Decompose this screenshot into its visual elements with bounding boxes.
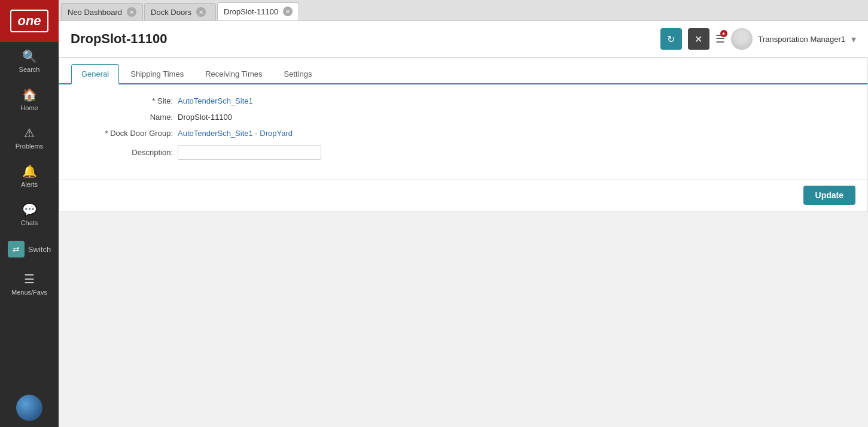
warning-icon: ⚠ — [24, 126, 35, 140]
sidebar-item-alerts[interactable]: 🔔 Alerts — [0, 157, 59, 195]
sidebar-item-home[interactable]: 🏠 Home — [0, 80, 59, 119]
sidebar-item-problems[interactable]: ⚠ Problems — [0, 119, 59, 157]
tab-close-neo-dashboard[interactable]: ✕ — [127, 7, 136, 17]
inner-tab-bar: General Shipping Times Receiving Times S… — [59, 58, 867, 84]
content-panel: General Shipping Times Receiving Times S… — [59, 57, 868, 211]
tab-label: Neo Dashboard — [68, 8, 122, 17]
tab-general[interactable]: General — [71, 64, 119, 84]
close-button[interactable]: ✕ — [688, 28, 709, 50]
sidebar-item-chats[interactable]: 💬 Chats — [0, 195, 59, 234]
tab-dropslot-11100[interactable]: DropSlot-11100 ✕ — [217, 2, 299, 20]
dock-door-group-row: * Dock Door Group: AutoTenderSch_Site1 -… — [77, 129, 849, 138]
sidebar-item-label: Problems — [16, 143, 43, 150]
user-dropdown-button[interactable]: ▾ — [851, 34, 856, 45]
tab-label: DropSlot-11100 — [224, 7, 278, 16]
site-label: * Site: — [77, 96, 173, 105]
avatar — [731, 28, 753, 50]
tab-general-label: General — [81, 69, 109, 78]
menus-icon: ☰ — [24, 272, 35, 286]
avatar-image — [731, 28, 753, 50]
content-footer: Update — [59, 179, 867, 211]
form-area: * Site: AutoTenderSch_Site1 Name: DropSl… — [59, 84, 867, 179]
menu-button[interactable]: ☰ ★ — [715, 32, 725, 46]
description-row: Description: — [77, 145, 849, 160]
header-bar: DropSlot-11100 ↻ ✕ ☰ ★ Transportation Ma… — [59, 21, 868, 57]
name-label: Name: — [77, 113, 173, 122]
refresh-button[interactable]: ↻ — [660, 28, 682, 50]
app-logo[interactable]: one — [0, 0, 59, 42]
tab-bar: Neo Dashboard ✕ Dock Doors ✕ DropSlot-11… — [59, 0, 868, 21]
tab-neo-dashboard[interactable]: Neo Dashboard ✕ — [61, 3, 143, 20]
tab-shipping-times-label: Shipping Times — [130, 69, 184, 78]
sidebar-item-menus[interactable]: ☰ Menus/Favs — [0, 265, 59, 303]
logo-text: one — [10, 10, 48, 32]
site-row: * Site: AutoTenderSch_Site1 — [77, 96, 849, 105]
home-icon: 🏠 — [22, 87, 37, 102]
site-link[interactable]: AutoTenderSch_Site1 — [178, 96, 253, 105]
tab-close-dock-doors[interactable]: ✕ — [196, 7, 206, 17]
content-area: General Shipping Times Receiving Times S… — [59, 57, 868, 427]
tab-settings[interactable]: Settings — [274, 64, 322, 83]
sidebar-item-label: Search — [19, 66, 40, 73]
description-input[interactable] — [178, 145, 321, 160]
sidebar-item-label: Alerts — [21, 181, 38, 188]
dock-door-group-label: * Dock Door Group: — [77, 129, 173, 138]
update-button[interactable]: Update — [803, 186, 855, 205]
tab-close-dropslot-11100[interactable]: ✕ — [283, 7, 293, 16]
name-row: Name: DropSlot-11100 — [77, 113, 849, 122]
main-content: Neo Dashboard ✕ Dock Doors ✕ DropSlot-11… — [59, 0, 868, 427]
globe-icon[interactable] — [16, 395, 42, 421]
star-badge: ★ — [720, 30, 727, 37]
sidebar-item-label: Home — [20, 104, 38, 111]
description-label: Description: — [77, 148, 173, 157]
name-value: DropSlot-11100 — [178, 113, 232, 122]
sidebar-item-label: Chats — [21, 219, 38, 226]
chat-icon: 💬 — [22, 202, 37, 217]
tab-receiving-times[interactable]: Receiving Times — [195, 64, 272, 83]
header-actions: ↻ ✕ ☰ ★ Transportation Manager1 ▾ — [660, 28, 857, 50]
menus-label: Menus/Favs — [11, 289, 47, 296]
page-title: DropSlot-11100 — [71, 31, 167, 47]
sidebar-item-switch[interactable]: ⇄ Switch — [0, 234, 59, 265]
switch-icon: ⇄ — [8, 241, 25, 258]
search-icon: 🔍 — [22, 49, 37, 63]
tab-label: Dock Doors — [151, 8, 191, 17]
bell-icon: 🔔 — [22, 164, 37, 178]
tab-dock-doors[interactable]: Dock Doors ✕ — [144, 3, 216, 20]
dock-door-group-link[interactable]: AutoTenderSch_Site1 - DropYard — [178, 129, 293, 138]
sidebar: one 🔍 Search 🏠 Home ⚠ Problems 🔔 Alerts … — [0, 0, 59, 427]
user-name: Transportation Manager1 — [759, 35, 846, 44]
switch-label: Switch — [28, 245, 51, 254]
tab-settings-label: Settings — [284, 69, 312, 78]
sidebar-item-search[interactable]: 🔍 Search — [0, 42, 59, 80]
tab-shipping-times[interactable]: Shipping Times — [120, 64, 194, 83]
tab-receiving-times-label: Receiving Times — [205, 69, 262, 78]
